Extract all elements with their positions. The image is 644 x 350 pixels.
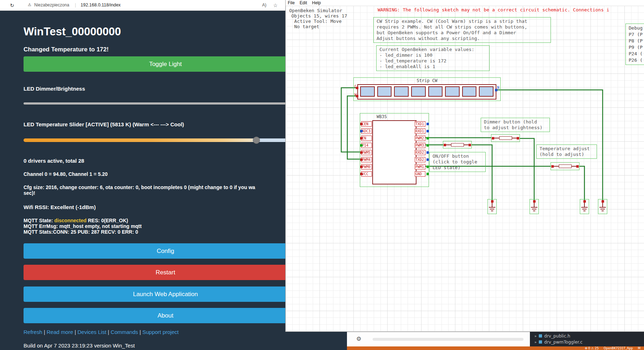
- pin-label-pwm4[interactable]: PWM4: [361, 157, 372, 162]
- ground-pin[interactable]: [533, 200, 536, 203]
- horizontal-scrollbar[interactable]: [373, 338, 523, 341]
- menu-file[interactable]: File: [288, 0, 295, 5]
- button-pin-left[interactable]: [551, 165, 554, 168]
- menu-help[interactable]: Help: [312, 0, 321, 5]
- wb3s-chip-component[interactable]: WB3S CENADC3ENP14PWM5PWM4PWM0VCCTXD1RXD1…: [360, 113, 429, 187]
- footer-link-refresh[interactable]: Refresh: [24, 329, 42, 335]
- button-pin-left[interactable]: [444, 144, 446, 146]
- pin-label-en[interactable]: EN: [361, 136, 372, 141]
- status-item[interactable]: ⊗ 0 ⚠ 25: [585, 346, 599, 350]
- ground-symbol[interactable]: [530, 199, 539, 214]
- onoff-note-box[interactable]: ON/OFF button(click to toggleLED state): [429, 152, 486, 172]
- pin-square-pwm5[interactable]: [360, 151, 363, 154]
- footer-link-support-project[interactable]: Support project: [142, 329, 179, 335]
- temperature-slider[interactable]: [24, 136, 307, 144]
- pin-label-txd2[interactable]: TXD2: [415, 157, 425, 162]
- status-item[interactable]: M: [638, 346, 640, 350]
- pin-square-txd1[interactable]: [426, 123, 429, 125]
- temperature-slider-knob[interactable]: [253, 137, 260, 144]
- pin-square-pwm2[interactable]: [426, 137, 429, 140]
- strip-pin-square-c[interactable]: [356, 87, 358, 89]
- pin-square-pwm0[interactable]: [360, 166, 363, 168]
- pin-square-pwm3[interactable]: [426, 144, 429, 147]
- variables-text-box[interactable]: Current OpenBeken variable values:- led_…: [376, 45, 490, 71]
- onoff-button-component[interactable]: [443, 141, 472, 148]
- pin-square-adc3[interactable]: [360, 130, 363, 132]
- explorer-file[interactable]: ▸drv_pwmToggler.c: [530, 339, 644, 345]
- toggle-light-button[interactable]: Toggle Light: [24, 56, 307, 72]
- pin-square-vcc[interactable]: [360, 173, 363, 175]
- led-segment[interactable]: [411, 86, 426, 97]
- led-segment[interactable]: [462, 86, 477, 97]
- config-button[interactable]: Config: [24, 243, 307, 259]
- led-segment[interactable]: [377, 86, 392, 97]
- ground-symbol[interactable]: [598, 199, 607, 214]
- footer-link-read-more[interactable]: Read more: [47, 329, 73, 335]
- pin-label-pwm2[interactable]: PWM2: [415, 136, 425, 141]
- menu-edit[interactable]: Edit: [300, 0, 307, 5]
- pin-label-cen[interactable]: CEN: [361, 121, 372, 127]
- security-warning-text[interactable]: Niezabezpieczona: [34, 2, 69, 7]
- ground-symbol[interactable]: [487, 199, 497, 214]
- wire[interactable]: [520, 138, 534, 201]
- pin-square-rxd1[interactable]: [426, 130, 429, 132]
- pin-square-p14[interactable]: [360, 144, 363, 147]
- ground-symbol[interactable]: [580, 199, 589, 214]
- pin-square-txd2[interactable]: [426, 158, 429, 161]
- wire[interactable]: [347, 96, 361, 159]
- gear-icon[interactable]: ⚙: [356, 335, 361, 342]
- launch-web-app-button[interactable]: Launch Web Application: [24, 286, 307, 302]
- pin-label-gnd[interactable]: GND: [415, 171, 425, 177]
- note-text-box[interactable]: CW Strip example. CW (Cool Warm) strip i…: [373, 17, 551, 43]
- led-segment[interactable]: [479, 86, 494, 97]
- pin-label-rxd2[interactable]: RXD2: [415, 150, 425, 155]
- about-button[interactable]: About: [24, 308, 307, 323]
- pin-square-gnd[interactable]: [426, 173, 429, 175]
- button-pin-right[interactable]: [469, 144, 471, 146]
- pin-label-rxd1[interactable]: RXD1: [415, 128, 425, 134]
- temperature-note-box[interactable]: Temperature adjust(hold to adjust): [536, 144, 597, 159]
- pin-square-cen[interactable]: [360, 123, 363, 125]
- ground-pin[interactable]: [602, 200, 604, 203]
- temperature-slider-track[interactable]: [24, 138, 307, 142]
- pin-label-p14[interactable]: P14: [361, 143, 372, 148]
- pin-label-pwm0[interactable]: PWM0: [361, 164, 372, 169]
- pin-square-pwm4[interactable]: [360, 158, 363, 161]
- url-text[interactable]: 192.168.0.118/index: [81, 2, 121, 7]
- led-segment[interactable]: [360, 86, 375, 97]
- strip-pin-square-n[interactable]: [495, 89, 497, 91]
- read-aloud-icon[interactable]: A): [262, 2, 266, 7]
- dimmer-slider[interactable]: [24, 102, 307, 105]
- button-body[interactable]: [559, 164, 572, 168]
- ground-pin[interactable]: [491, 200, 494, 203]
- pin-label-pwm3[interactable]: PWM3: [415, 143, 425, 148]
- strip-pin-square-w[interactable]: [356, 95, 358, 97]
- strip-cw-component[interactable]: Strip CW C W N: [353, 77, 501, 101]
- pin-square-en[interactable]: [360, 137, 363, 140]
- pin-label-pwm1[interactable]: PWM1: [415, 164, 425, 169]
- button-pin-left[interactable]: [492, 137, 494, 140]
- wire[interactable]: [579, 166, 584, 201]
- button-pin-right[interactable]: [517, 137, 519, 140]
- ground-pin[interactable]: [583, 200, 586, 203]
- footer-link-commands[interactable]: Commands: [111, 329, 138, 335]
- favorites-icon[interactable]: ☆: [273, 2, 278, 8]
- button-pin-right[interactable]: [576, 165, 579, 168]
- debug-text-box[interactable]: DebugP7 (PP8 (PP9 (PP24 (P26 (: [625, 24, 644, 65]
- led-segment[interactable]: [428, 86, 443, 97]
- pin-label-vcc[interactable]: VCC: [361, 171, 372, 177]
- explorer-file[interactable]: ▸drv_public.h: [530, 333, 644, 339]
- footer-link-devices-list[interactable]: Devices List: [77, 329, 106, 335]
- dimmer-button-component[interactable]: [491, 134, 520, 142]
- led-segment[interactable]: [445, 86, 460, 97]
- pin-square-pwm1[interactable]: [426, 166, 429, 168]
- status-item[interactable]: OpenBK7231T_App: [604, 346, 633, 350]
- pin-square-rxd2[interactable]: [426, 151, 429, 154]
- led-segment[interactable]: [394, 86, 409, 97]
- pin-label-txd1[interactable]: TXD1: [415, 121, 425, 127]
- dimmer-note-box[interactable]: Dimmer button (holdto adjust brightness): [481, 118, 550, 132]
- reload-icon[interactable]: ↻: [10, 2, 14, 8]
- pin-label-pwm5[interactable]: PWM5: [361, 150, 372, 155]
- restart-button[interactable]: Restart: [24, 265, 307, 280]
- security-warning-icon[interactable]: ⚠: [28, 2, 31, 7]
